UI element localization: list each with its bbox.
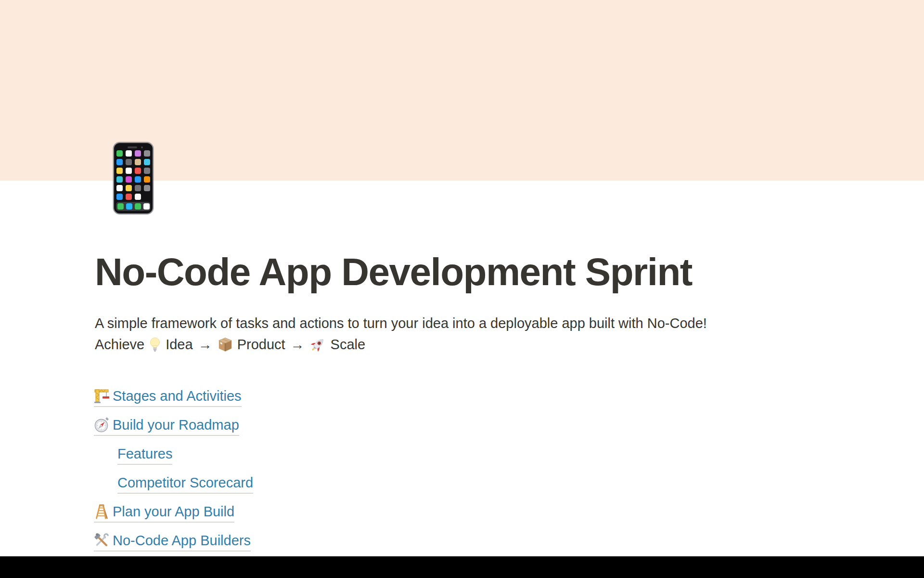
description-idea: Idea bbox=[166, 334, 192, 355]
compass-icon bbox=[94, 417, 109, 433]
link-label: Competitor Scorecard bbox=[117, 474, 253, 491]
phone-app-tile bbox=[135, 150, 141, 157]
light-bulb-icon bbox=[149, 336, 161, 353]
description-product: Product bbox=[237, 334, 285, 355]
phone-app-tile bbox=[135, 159, 141, 165]
building-construction-crane-icon bbox=[94, 388, 109, 404]
phone-app-tile bbox=[126, 159, 132, 165]
page-links-list: Stages and Activities Build your Roadmap bbox=[94, 388, 924, 554]
phone-app-tile bbox=[144, 168, 150, 174]
link-label: No-Code App Builders bbox=[113, 532, 251, 549]
link-label: Stages and Activities bbox=[113, 388, 242, 404]
phone-speaker bbox=[128, 146, 137, 148]
phone-app-tile bbox=[116, 150, 123, 157]
description-achieve: Achieve bbox=[95, 334, 144, 355]
link-label: Features bbox=[117, 446, 172, 462]
page-description[interactable]: A simple framework of tasks and actions … bbox=[95, 313, 807, 355]
description-line1: A simple framework of tasks and actions … bbox=[95, 313, 807, 334]
phone-app-tile bbox=[116, 168, 123, 174]
ladder-icon bbox=[94, 504, 109, 519]
page-link-competitor-scorecard[interactable]: Competitor Scorecard bbox=[117, 474, 924, 497]
phone-app-tile bbox=[126, 168, 132, 174]
page-link-features[interactable]: Features bbox=[117, 446, 924, 468]
phone-camera-dot bbox=[141, 146, 143, 148]
phone-app-tile bbox=[144, 159, 150, 165]
arrow-right-glyph: → bbox=[290, 334, 306, 355]
package-box-icon bbox=[218, 337, 233, 352]
page-link-plan-your-app-build[interactable]: Plan your App Build bbox=[94, 503, 924, 525]
arrow-right-glyph: → bbox=[197, 334, 213, 355]
rocket-icon bbox=[310, 336, 326, 353]
page-content: No-Code App Development Sprint A simple … bbox=[0, 181, 924, 561]
link-label: Build your Roadmap bbox=[113, 417, 239, 433]
hammer-and-wrench-icon bbox=[94, 533, 109, 548]
notion-page: No-Code App Development Sprint A simple … bbox=[0, 0, 924, 578]
page-link-no-code-app-builders[interactable]: No-Code App Builders bbox=[94, 532, 924, 554]
description-scale: Scale bbox=[331, 334, 366, 355]
phone-app-tile bbox=[135, 168, 141, 174]
page-link-build-your-roadmap[interactable]: Build your Roadmap bbox=[94, 417, 924, 439]
link-label: Plan your App Build bbox=[113, 503, 234, 520]
description-line2: Achieve Idea → Prod bbox=[95, 334, 807, 355]
bottom-black-bar bbox=[0, 556, 924, 578]
phone-app-tile bbox=[126, 150, 132, 157]
phone-app-tile bbox=[144, 150, 150, 157]
page-link-stages-and-activities[interactable]: Stages and Activities bbox=[94, 388, 924, 410]
page-title[interactable]: No-Code App Development Sprint bbox=[95, 253, 924, 291]
phone-app-tile bbox=[116, 159, 123, 165]
